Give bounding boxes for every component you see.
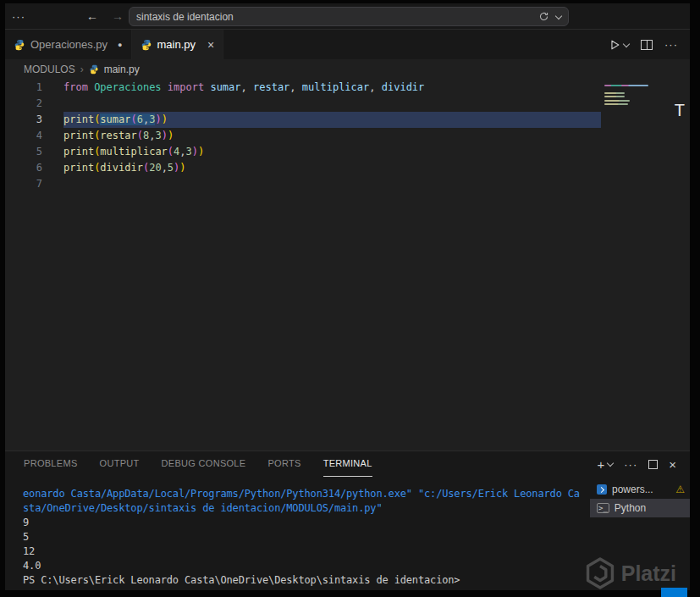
terminal-line: sta/OneDrive/Desktop/sintaxis de identac… <box>23 501 590 516</box>
code-line[interactable]: 1from Operaciones import sumar, restar, … <box>5 80 690 96</box>
breadcrumb-file[interactable]: main.py <box>104 64 140 75</box>
terminal-output[interactable]: eonardo Casta/AppData/Local/Programs/Pyt… <box>5 477 590 589</box>
code-text: print(restar(8,3)) <box>63 128 174 144</box>
back-icon[interactable]: ← <box>86 9 98 23</box>
panel-tabs: PROBLEMSOUTPUTDEBUG CONSOLEPORTSTERMINAL <box>5 451 372 477</box>
line-number: 7 <box>5 176 42 192</box>
terminal-item-label: Python <box>615 502 685 514</box>
code-text: print(sumar(6,3)) <box>63 112 601 128</box>
panel-tab-ports[interactable]: PORTS <box>267 451 300 476</box>
editor-tab-bar: Operaciones.py ● main.py × ··· <box>5 30 690 59</box>
tab-operaciones[interactable]: Operaciones.py ● <box>5 30 132 59</box>
warning-icon: ⚠ <box>675 484 685 495</box>
editor-lines: 1from Operaciones import sumar, restar, … <box>5 80 690 192</box>
terminal-line: 5 <box>23 530 590 544</box>
breadcrumb: MODULOS › main.py <box>5 59 690 80</box>
chevron-down-icon[interactable] <box>555 12 562 19</box>
python-icon <box>89 64 99 75</box>
new-terminal-button[interactable]: + <box>597 457 613 472</box>
code-line[interactable]: 7 <box>5 176 690 192</box>
platzi-watermark: Platzi <box>586 557 676 589</box>
split-editor-icon[interactable] <box>641 40 653 50</box>
more-actions-icon[interactable]: ··· <box>664 38 678 51</box>
python-icon <box>14 39 25 51</box>
tab-label: Operaciones.py <box>30 38 107 51</box>
terminal-item-label: powers... <box>612 484 670 495</box>
modified-dot-icon[interactable]: ● <box>118 41 122 49</box>
overlay-letter: T <box>675 101 685 120</box>
screen: ··· ← → Operaciones.py <box>0 0 700 597</box>
line-number: 1 <box>5 80 42 96</box>
terminal-icon: >_ <box>597 503 609 513</box>
panel-header: PROBLEMSOUTPUTDEBUG CONSOLEPORTSTERMINAL… <box>5 451 690 477</box>
code-line[interactable]: 3print(sumar(6,3)) <box>5 112 690 128</box>
menu-overflow-icon[interactable]: ··· <box>5 10 34 23</box>
line-number: 5 <box>5 144 42 160</box>
terminal-line: eonardo Casta/AppData/Local/Programs/Pyt… <box>23 487 590 501</box>
terminal-line: 4.0 <box>23 559 590 573</box>
powershell-icon <box>597 484 607 495</box>
chevron-down-icon[interactable] <box>607 460 614 467</box>
vscode-window: ··· ← → Operaciones.py <box>5 3 690 590</box>
chevron-right-icon: › <box>80 64 84 75</box>
breadcrumb-folder[interactable]: MODULOS <box>24 64 75 75</box>
platzi-logo-icon <box>586 557 615 589</box>
refresh-icon[interactable] <box>538 11 549 22</box>
terminal-item-powershell[interactable]: powers... ⚠ <box>590 480 690 499</box>
panel-tab-debug-console[interactable]: DEBUG CONSOLE <box>162 451 246 476</box>
close-panel-icon[interactable]: × <box>669 457 676 472</box>
python-icon <box>141 39 152 51</box>
maximize-panel-icon[interactable] <box>648 460 658 469</box>
code-line[interactable]: 6print(dividir(20,5)) <box>5 160 690 176</box>
search-input[interactable] <box>130 11 538 23</box>
code-text: print(dividir(20,5)) <box>63 160 186 176</box>
code-editor[interactable]: 1from Operaciones import sumar, restar, … <box>5 80 690 452</box>
line-number: 3 <box>5 112 42 128</box>
terminal-item-python[interactable]: >_ Python <box>590 499 690 517</box>
tab-main[interactable]: main.py × <box>132 30 224 59</box>
line-number: 4 <box>5 128 42 144</box>
line-number: 6 <box>5 160 42 176</box>
code-line[interactable]: 4print(restar(8,3)) <box>5 128 690 144</box>
command-center-search[interactable] <box>129 7 569 26</box>
forward-icon: → <box>112 9 124 23</box>
plus-icon[interactable]: + <box>597 457 604 472</box>
minimap[interactable] <box>604 82 652 108</box>
tab-label: main.py <box>157 38 196 51</box>
run-button[interactable] <box>609 39 629 51</box>
code-line[interactable]: 2 <box>5 96 690 112</box>
panel-more-actions-icon[interactable]: ··· <box>624 458 637 471</box>
terminal-line: 12 <box>23 544 590 559</box>
panel-tab-problems[interactable]: PROBLEMS <box>24 451 78 476</box>
close-icon[interactable]: × <box>207 39 214 51</box>
line-number: 2 <box>5 96 42 112</box>
bottom-panel: PROBLEMSOUTPUTDEBUG CONSOLEPORTSTERMINAL… <box>5 451 690 590</box>
title-bar: ··· ← → <box>5 3 690 30</box>
panel-tab-terminal[interactable]: TERMINAL <box>323 451 372 477</box>
terminal-line: 9 <box>23 516 590 530</box>
panel-tab-output[interactable]: OUTPUT <box>100 451 140 476</box>
code-text: print(multiplicar(4,3)) <box>63 144 204 160</box>
watermark-text: Platzi <box>621 561 676 586</box>
chevron-down-icon[interactable] <box>623 40 630 47</box>
code-line[interactable]: 5print(multiplicar(4,3)) <box>5 144 690 160</box>
code-text: from Operaciones import sumar, restar, m… <box>63 80 424 96</box>
terminal-line: PS C:\Users\Erick Leonardo Casta\OneDriv… <box>23 573 590 588</box>
